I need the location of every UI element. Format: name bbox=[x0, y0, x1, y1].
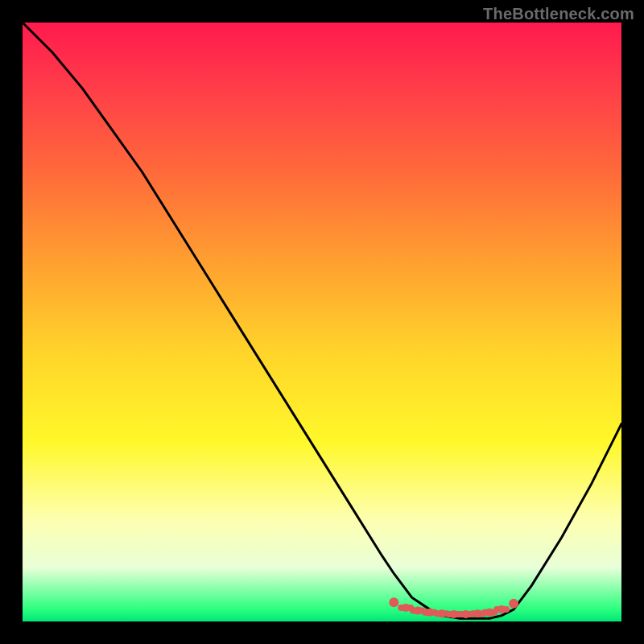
watermark-text: TheBottleneck.com bbox=[483, 5, 634, 23]
valley-dot bbox=[509, 599, 518, 609]
bottleneck-curve bbox=[23, 23, 621, 618]
plot-area bbox=[23, 23, 621, 621]
curve-layer bbox=[23, 23, 621, 621]
chart-frame: TheBottleneck.com bbox=[0, 0, 644, 644]
valley-dot bbox=[389, 597, 398, 607]
